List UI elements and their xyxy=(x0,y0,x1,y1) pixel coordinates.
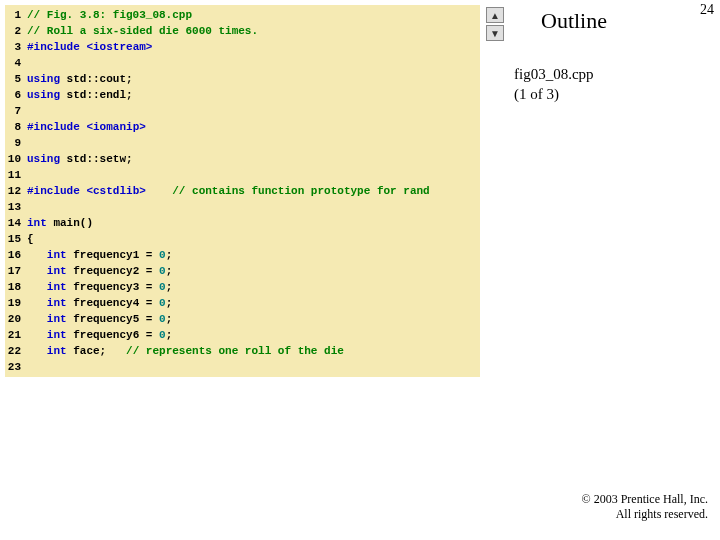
code-line: 13 xyxy=(5,199,480,215)
code-line: 3#include <iostream> xyxy=(5,39,480,55)
line-number: 11 xyxy=(5,167,27,183)
code-text: // Fig. 3.8: fig03_08.cpp xyxy=(27,7,480,23)
line-number: 14 xyxy=(5,215,27,231)
line-number: 12 xyxy=(5,183,27,199)
code-text: int main() xyxy=(27,215,480,231)
code-text: // Roll a six-sided die 6000 times. xyxy=(27,23,480,39)
code-line: 12#include <cstdlib> // contains functio… xyxy=(5,183,480,199)
code-line: 22 int face; // represents one roll of t… xyxy=(5,343,480,359)
code-line: 15{ xyxy=(5,231,480,247)
code-line: 2// Roll a six-sided die 6000 times. xyxy=(5,23,480,39)
line-number: 5 xyxy=(5,71,27,87)
line-number: 20 xyxy=(5,311,27,327)
code-text xyxy=(27,199,480,215)
line-number: 15 xyxy=(5,231,27,247)
copyright: © 2003 Prentice Hall, Inc. All rights re… xyxy=(582,492,708,522)
code-text: int frequency2 = 0; xyxy=(27,263,480,279)
code-text: using std::cout; xyxy=(27,71,480,87)
line-number: 2 xyxy=(5,23,27,39)
line-number: 21 xyxy=(5,327,27,343)
code-line: 14int main() xyxy=(5,215,480,231)
code-line: 19 int frequency4 = 0; xyxy=(5,295,480,311)
code-line: 23 xyxy=(5,359,480,375)
copyright-line2: All rights reserved. xyxy=(616,507,708,521)
nav-arrows: ▲ ▼ xyxy=(486,7,506,43)
code-line: 16 int frequency1 = 0; xyxy=(5,247,480,263)
page-number: 24 xyxy=(700,2,714,18)
code-text: int face; // represents one roll of the … xyxy=(27,343,480,359)
code-block: 1// Fig. 3.8: fig03_08.cpp2// Roll a six… xyxy=(5,5,480,377)
line-number: 22 xyxy=(5,343,27,359)
code-text: int frequency1 = 0; xyxy=(27,247,480,263)
code-text: using std::endl; xyxy=(27,87,480,103)
code-text xyxy=(27,103,480,119)
line-number: 9 xyxy=(5,135,27,151)
up-arrow-button[interactable]: ▲ xyxy=(486,7,504,23)
code-text: #include <iomanip> xyxy=(27,119,480,135)
code-text: int frequency5 = 0; xyxy=(27,311,480,327)
code-text: { xyxy=(27,231,480,247)
file-name: fig03_08.cpp xyxy=(514,66,594,82)
code-text: int frequency3 = 0; xyxy=(27,279,480,295)
line-number: 18 xyxy=(5,279,27,295)
line-number: 16 xyxy=(5,247,27,263)
code-text: int frequency4 = 0; xyxy=(27,295,480,311)
code-text: using std::setw; xyxy=(27,151,480,167)
code-text xyxy=(27,167,480,183)
outline-heading: Outline xyxy=(541,8,607,34)
line-number: 23 xyxy=(5,359,27,375)
code-text xyxy=(27,135,480,151)
line-number: 19 xyxy=(5,295,27,311)
code-line: 20 int frequency5 = 0; xyxy=(5,311,480,327)
line-number: 17 xyxy=(5,263,27,279)
down-arrow-button[interactable]: ▼ xyxy=(486,25,504,41)
code-line: 8#include <iomanip> xyxy=(5,119,480,135)
code-text: #include <iostream> xyxy=(27,39,480,55)
code-line: 6using std::endl; xyxy=(5,87,480,103)
line-number: 10 xyxy=(5,151,27,167)
code-text xyxy=(27,55,480,71)
line-number: 3 xyxy=(5,39,27,55)
code-line: 5using std::cout; xyxy=(5,71,480,87)
code-text: #include <cstdlib> // contains function … xyxy=(27,183,480,199)
file-part: (1 of 3) xyxy=(514,86,559,102)
code-text: int frequency6 = 0; xyxy=(27,327,480,343)
code-line: 4 xyxy=(5,55,480,71)
line-number: 1 xyxy=(5,7,27,23)
code-line: 11 xyxy=(5,167,480,183)
code-line: 17 int frequency2 = 0; xyxy=(5,263,480,279)
line-number: 13 xyxy=(5,199,27,215)
line-number: 7 xyxy=(5,103,27,119)
line-number: 4 xyxy=(5,55,27,71)
code-line: 7 xyxy=(5,103,480,119)
code-line: 10using std::setw; xyxy=(5,151,480,167)
file-label: fig03_08.cpp (1 of 3) xyxy=(514,64,594,104)
code-text xyxy=(27,359,480,375)
line-number: 6 xyxy=(5,87,27,103)
code-line: 1// Fig. 3.8: fig03_08.cpp xyxy=(5,7,480,23)
code-line: 18 int frequency3 = 0; xyxy=(5,279,480,295)
copyright-line1: © 2003 Prentice Hall, Inc. xyxy=(582,492,708,506)
code-line: 21 int frequency6 = 0; xyxy=(5,327,480,343)
code-line: 9 xyxy=(5,135,480,151)
line-number: 8 xyxy=(5,119,27,135)
